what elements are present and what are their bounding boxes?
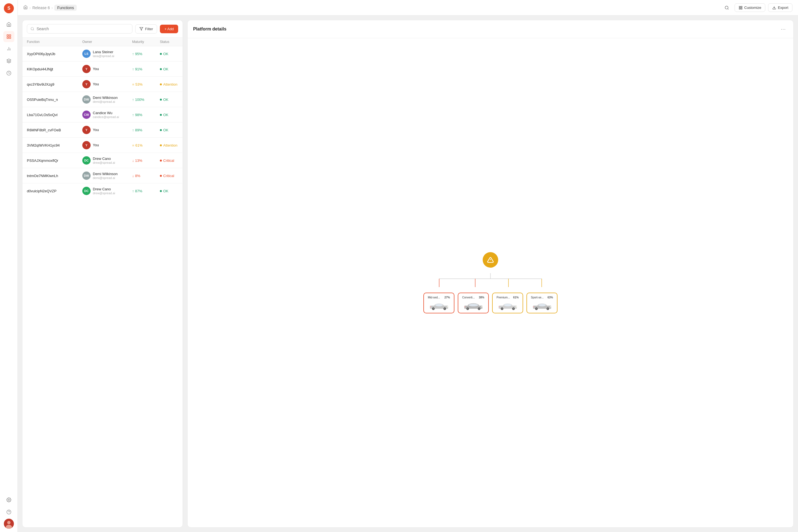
logo[interactable]: S (4, 3, 14, 13)
maturity-cell: = 61% (132, 143, 160, 147)
car-svg (429, 301, 450, 310)
table-header: Function Owner Maturity Status (22, 38, 183, 46)
car-card[interactable]: Converti... 38% (458, 292, 489, 314)
car-card-pct: 38% (479, 296, 484, 299)
table-row[interactable]: R6MNF8bR_cvFOeB Y You ↑ 89% OK (22, 122, 183, 138)
sidebar-item-layers[interactable] (3, 55, 14, 66)
function-name: tntmOe7NMKlwnLh (27, 174, 82, 178)
search-box[interactable] (27, 24, 132, 34)
sidebar-item-analytics[interactable] (3, 43, 14, 54)
data-table: Function Owner Maturity Status XyyOPI06y… (22, 38, 183, 527)
sidebar-item-help[interactable] (3, 507, 14, 518)
breadcrumb-home-icon[interactable] (23, 5, 28, 10)
main-area: › Release 6 › Functions Customize (18, 0, 798, 532)
svg-rect-4 (9, 37, 11, 39)
diagram-cards: Mid-sed... 27% C (423, 292, 557, 314)
add-button[interactable]: + Add (160, 25, 178, 33)
breadcrumb-release[interactable]: Release 6 (33, 5, 50, 10)
car-card-header: Premium... 61% (496, 296, 519, 299)
maturity-cell: ↑ 100% (132, 97, 160, 102)
svg-line-25 (33, 30, 34, 31)
owner-cell: DW Demi Wilkinsondemi@spread.ai (82, 172, 132, 180)
function-name: KlKOpdui44JNjjt (27, 67, 82, 71)
table-row[interactable]: XyyOPI06yJpytJb LS Lana Steinerlana@spre… (22, 46, 183, 61)
car-card[interactable]: Mid-sed... 27% (423, 292, 454, 314)
car-card[interactable]: Premium... 61% (492, 292, 523, 314)
table-row[interactable]: qxc3Ylbv9iJXzg9 Y You = 53% Attention (22, 77, 183, 92)
status-cell: OK (160, 113, 183, 117)
status-dot (160, 175, 162, 177)
car-card[interactable]: Sport-se... 63% (527, 292, 557, 314)
maturity-cell: ↓ 8% (132, 174, 160, 178)
table-row[interactable]: d0vulcipN2eQVZP DC Drew Canodrew@spread.… (22, 184, 183, 198)
filter-button[interactable]: Filter (135, 24, 157, 34)
table-row[interactable]: tntmOe7NMKlwnLh DW Demi Wilkinsondemi@sp… (22, 168, 183, 184)
search-input[interactable] (37, 26, 129, 31)
function-name: 3VM2qIWVKH1yc94 (27, 143, 82, 147)
svg-rect-21 (741, 8, 742, 9)
status-label: OK (163, 97, 169, 102)
status-dot (160, 190, 162, 192)
sidebar: S (0, 0, 18, 532)
breadcrumb: › Release 6 › Functions (23, 5, 720, 11)
owner-cell: DC Drew Canodrew@spread.ai (82, 156, 132, 165)
svg-point-17 (725, 6, 728, 9)
svg-rect-5 (7, 37, 8, 39)
export-button[interactable]: Export (768, 3, 793, 12)
table-row[interactable]: Lba71GvLOs5oQvl CW Candice Wucandice@spr… (22, 107, 183, 122)
owner-avatar: Y (82, 65, 91, 73)
table-row[interactable]: PSSAJXqmmoxflQr DC Drew Canodrew@spread.… (22, 153, 183, 168)
svg-rect-69 (550, 306, 551, 307)
col-status: Status (160, 40, 183, 44)
status-dot (160, 129, 162, 131)
maturity-cell: ↑ 95% (132, 52, 160, 56)
function-name: PSSAJXqmmoxflQr (27, 158, 82, 163)
svg-rect-22 (739, 8, 740, 9)
user-avatar[interactable] (4, 519, 14, 529)
connector-svg (421, 273, 560, 287)
status-label: OK (163, 128, 169, 132)
sidebar-item-history[interactable] (3, 68, 14, 79)
svg-point-50 (478, 308, 480, 309)
table-row[interactable]: OS5PuieBqTnnu_n DW Demi Wilkinsondemi@sp… (22, 92, 183, 107)
svg-rect-51 (481, 306, 482, 307)
car-card-name: Converti... (462, 296, 475, 299)
status-dot (160, 114, 162, 116)
export-label: Export (778, 5, 788, 10)
maturity-arrow: ↓ (132, 174, 134, 178)
maturity-cell: ↑ 87% (132, 189, 160, 193)
table-row[interactable]: KlKOpdui44JNjjt Y You ↑ 91% OK (22, 61, 183, 77)
car-cards-container: Mid-sed... 27% C (423, 292, 557, 314)
platform-diagram: Mid-sed... 27% C (193, 252, 788, 314)
sidebar-item-dashboard[interactable] (3, 31, 14, 42)
svg-point-41 (444, 308, 445, 309)
sidebar-item-home[interactable] (3, 19, 14, 30)
status-cell: Attention (160, 143, 183, 147)
maturity-value: 13% (135, 158, 142, 163)
sidebar-item-settings[interactable] (3, 494, 14, 506)
customize-button[interactable]: Customize (735, 3, 765, 12)
owner-avatar: DW (82, 172, 91, 180)
function-name: XyyOPI06yJpytJb (27, 52, 82, 56)
owner-avatar: DC (82, 156, 91, 165)
owner-cell: DC Drew Canodrew@spread.ai (82, 187, 132, 195)
maturity-cell: ↑ 89% (132, 128, 160, 132)
filter-icon (139, 27, 143, 31)
search-button[interactable] (722, 3, 732, 13)
owner-avatar: Y (82, 80, 91, 89)
maturity-arrow: ↑ (132, 97, 134, 102)
svg-line-18 (728, 8, 728, 10)
maturity-arrow: = (132, 143, 134, 147)
svg-point-37 (435, 304, 442, 306)
svg-rect-3 (9, 35, 11, 36)
diagram-root (483, 252, 498, 268)
table-row[interactable]: 3VM2qIWVKH1yc94 Y You = 61% Attention (22, 138, 183, 153)
status-label: OK (163, 189, 169, 193)
owner-avatar: LS (82, 50, 91, 58)
topbar-actions: Customize Export (722, 3, 793, 13)
more-options-button[interactable]: ··· (779, 25, 788, 34)
svg-point-66 (536, 308, 537, 309)
svg-point-64 (538, 304, 546, 306)
svg-rect-19 (739, 6, 740, 7)
svg-rect-20 (741, 6, 742, 7)
